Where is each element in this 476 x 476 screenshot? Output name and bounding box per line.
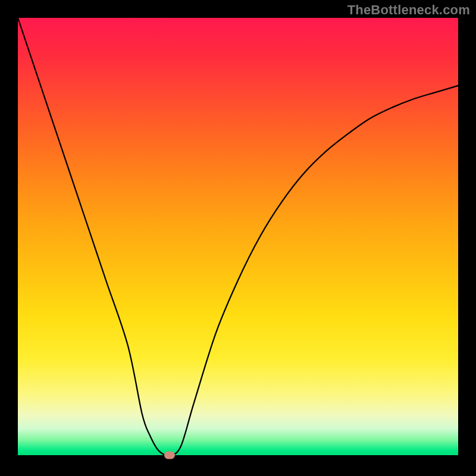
chart-curve <box>18 18 458 455</box>
minimum-marker <box>164 452 175 459</box>
chart-plot-area <box>18 18 458 455</box>
watermark-text: TheBottleneck.com <box>347 2 470 18</box>
